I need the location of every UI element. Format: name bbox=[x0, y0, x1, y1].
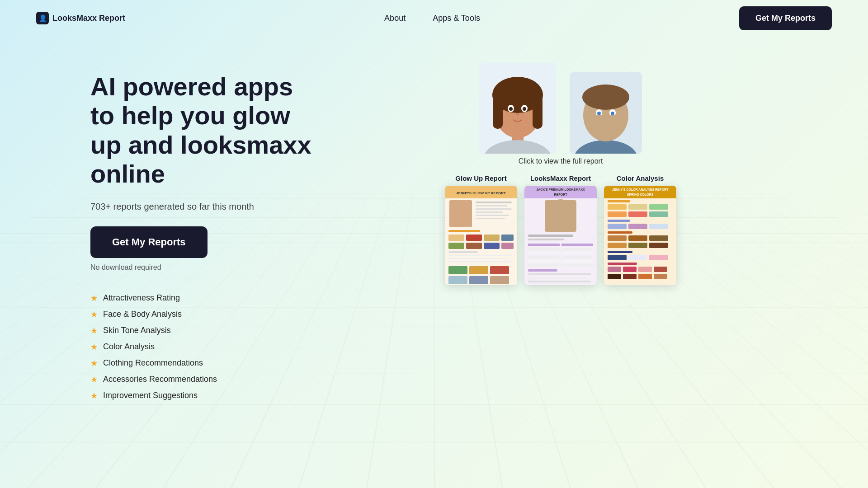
svg-rect-104 bbox=[608, 274, 621, 279]
svg-rect-58 bbox=[561, 244, 593, 246]
logo-icon: 👤 bbox=[36, 12, 49, 24]
svg-rect-30 bbox=[448, 230, 480, 232]
svg-rect-60 bbox=[561, 248, 593, 250]
svg-rect-68 bbox=[561, 264, 593, 267]
svg-rect-47 bbox=[469, 276, 488, 284]
svg-rect-61 bbox=[528, 252, 560, 254]
svg-rect-94 bbox=[649, 243, 668, 248]
svg-text:JENNY'S COLOR ANALYSIS REPORT: JENNY'S COLOR ANALYSIS REPORT bbox=[612, 188, 669, 191]
navbar: 👤 LooksMaxx Report About Apps & Tools Ge… bbox=[0, 0, 868, 36]
svg-text:SPRING COLORS: SPRING COLORS bbox=[627, 193, 654, 196]
svg-rect-41 bbox=[448, 258, 507, 259]
nav-links: About Apps & Tools bbox=[384, 14, 480, 23]
star-icon: ★ bbox=[90, 310, 98, 319]
looksmaxx-report-svg: JACK'S PREMIUM LOOKSMAXX REPORT bbox=[524, 186, 597, 285]
svg-rect-46 bbox=[448, 276, 467, 284]
svg-rect-92 bbox=[608, 243, 627, 248]
report-card-glow[interactable]: Glow Up Report JENNY'S GLOW UP REPORT bbox=[445, 174, 517, 285]
svg-rect-84 bbox=[608, 220, 630, 222]
svg-rect-36 bbox=[466, 243, 482, 249]
svg-rect-103 bbox=[654, 267, 667, 272]
svg-rect-48 bbox=[490, 276, 509, 284]
svg-rect-6 bbox=[533, 93, 542, 129]
svg-point-54 bbox=[548, 199, 573, 228]
svg-rect-88 bbox=[608, 231, 632, 234]
svg-point-18 bbox=[597, 112, 601, 115]
feature-item: ★Color Analysis bbox=[90, 342, 316, 352]
svg-rect-81 bbox=[608, 211, 627, 217]
reports-row: Glow Up Report JENNY'S GLOW UP REPORT bbox=[445, 174, 676, 285]
star-icon: ★ bbox=[90, 326, 98, 336]
report-card-looksmaxx[interactable]: LooksMaxx Report JACK'S PREMIUM LOOKSMAX… bbox=[524, 174, 597, 285]
svg-rect-65 bbox=[528, 260, 560, 263]
svg-rect-26 bbox=[476, 208, 512, 210]
svg-rect-107 bbox=[654, 274, 667, 279]
nav-cta-button[interactable]: Get My Reports bbox=[739, 6, 832, 30]
svg-rect-32 bbox=[466, 235, 482, 241]
svg-rect-71 bbox=[528, 277, 587, 279]
svg-point-9 bbox=[509, 107, 513, 111]
avatars-container bbox=[479, 63, 642, 154]
svg-rect-31 bbox=[448, 235, 464, 241]
report-preview-glow[interactable]: JENNY'S GLOW UP REPORT bbox=[445, 186, 517, 285]
svg-rect-89 bbox=[608, 235, 627, 241]
report-label-looksmaxx: LooksMaxx Report bbox=[530, 174, 591, 182]
svg-rect-39 bbox=[448, 251, 478, 253]
star-icon: ★ bbox=[90, 342, 98, 352]
svg-rect-79 bbox=[628, 204, 647, 210]
svg-rect-42 bbox=[448, 261, 512, 263]
female-avatar-svg bbox=[479, 63, 556, 154]
svg-rect-69 bbox=[528, 269, 557, 272]
feature-item: ★Attractiveness Rating bbox=[90, 293, 316, 303]
svg-rect-34 bbox=[501, 235, 514, 241]
svg-rect-63 bbox=[528, 256, 560, 258]
svg-point-10 bbox=[523, 107, 526, 111]
svg-rect-85 bbox=[608, 224, 627, 229]
report-preview-color[interactable]: JENNY'S COLOR ANALYSIS REPORT SPRING COL… bbox=[604, 186, 676, 285]
svg-rect-57 bbox=[528, 244, 560, 246]
report-preview-looksmaxx[interactable]: JACK'S PREMIUM LOOKSMAXX REPORT bbox=[524, 186, 597, 285]
male-avatar-svg bbox=[570, 72, 642, 154]
color-report-svg: JENNY'S COLOR ANALYSIS REPORT SPRING COL… bbox=[604, 186, 676, 285]
click-to-view-text: Click to view the full report bbox=[519, 157, 603, 165]
feature-item: ★Accessories Recommendations bbox=[90, 375, 316, 385]
svg-rect-66 bbox=[561, 260, 593, 263]
star-icon: ★ bbox=[90, 375, 98, 385]
svg-rect-5 bbox=[493, 93, 503, 129]
svg-rect-95 bbox=[608, 251, 632, 253]
svg-rect-105 bbox=[623, 274, 637, 279]
female-avatar bbox=[479, 63, 556, 154]
report-card-color[interactable]: Color Analysis JENNY'S COLOR ANALYSIS RE… bbox=[604, 174, 676, 285]
svg-rect-106 bbox=[638, 274, 652, 279]
hero-subtext: 703+ reports generated so far this month bbox=[90, 202, 316, 212]
svg-rect-78 bbox=[608, 204, 627, 210]
svg-rect-35 bbox=[448, 243, 464, 249]
svg-rect-55 bbox=[528, 235, 573, 237]
nav-apps-tools[interactable]: Apps & Tools bbox=[433, 14, 480, 23]
svg-rect-77 bbox=[608, 200, 630, 202]
main-content: AI powered apps to help you glow up and … bbox=[0, 36, 868, 401]
svg-rect-101 bbox=[623, 267, 637, 272]
report-label-color: Color Analysis bbox=[617, 174, 664, 182]
svg-rect-24 bbox=[476, 202, 512, 203]
svg-text:REPORT: REPORT bbox=[554, 193, 567, 196]
svg-rect-96 bbox=[608, 255, 627, 260]
svg-rect-45 bbox=[490, 266, 509, 274]
svg-rect-23 bbox=[449, 200, 472, 227]
right-section: Click to view the full report Glow Up Re… bbox=[344, 54, 778, 285]
logo[interactable]: 👤 LooksMaxx Report bbox=[36, 12, 125, 24]
svg-rect-99 bbox=[608, 263, 637, 265]
glow-report-svg: JENNY'S GLOW UP REPORT bbox=[445, 186, 517, 285]
svg-rect-37 bbox=[484, 243, 500, 249]
svg-rect-33 bbox=[484, 235, 500, 241]
nav-about[interactable]: About bbox=[384, 14, 406, 23]
svg-rect-98 bbox=[649, 255, 668, 260]
hero-cta-button[interactable]: Get My Reports bbox=[90, 226, 208, 258]
svg-rect-97 bbox=[628, 255, 647, 260]
svg-point-19 bbox=[611, 112, 614, 115]
svg-text:JACK'S PREMIUM LOOKSMAXX: JACK'S PREMIUM LOOKSMAXX bbox=[536, 188, 585, 191]
svg-rect-62 bbox=[561, 252, 593, 254]
logo-text: LooksMaxx Report bbox=[52, 14, 125, 23]
svg-rect-25 bbox=[476, 205, 507, 206]
svg-rect-91 bbox=[649, 235, 668, 241]
